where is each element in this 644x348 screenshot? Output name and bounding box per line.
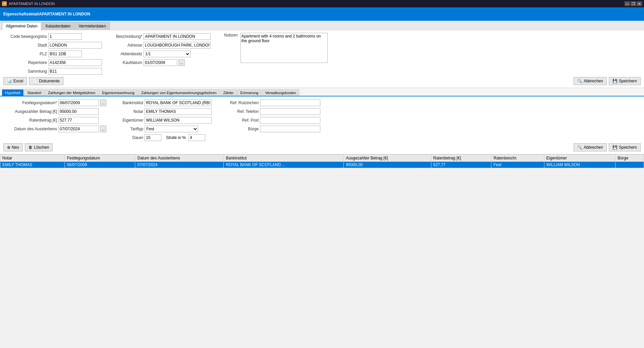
col-ratenbeschr: Ratenbeschr. — [491, 155, 544, 162]
tab-vermieterdaten[interactable]: Vermieterdaten — [75, 22, 109, 30]
col-notar: Notar — [0, 155, 65, 162]
col-bankinstitut: Bankinstitut — [224, 155, 344, 162]
cell-ratenbetrag: 527,77 — [431, 162, 491, 168]
excel-button[interactable]: 📊 Excel — [3, 77, 27, 85]
table-body: EMILY THOMAS06/07/200907/07/2024ROYAL BA… — [0, 162, 644, 168]
trash-icon: 🗑 — [29, 145, 33, 150]
cell-eigentümer: WILLIAM WILSON — [544, 162, 615, 168]
tab-hypothek[interactable]: Hypothek — [2, 89, 23, 96]
title-bar: 🏠 APARTAMENT IN LONDON — ❐ ✕ — [0, 0, 644, 7]
neu-button[interactable]: ⊕ Neu — [3, 143, 23, 151]
ausgezahlter-betrag-input[interactable] — [58, 108, 99, 115]
tab-verwaltungskosten[interactable]: Verwaltungskosten — [262, 89, 299, 96]
abbrechen-button-hypothek[interactable]: 🔍 Abbrechen — [574, 143, 607, 151]
adresse-label: Adresse — [112, 43, 142, 48]
datum-aussterbens-input[interactable] — [58, 126, 99, 132]
festlegungsdatum-picker[interactable]: ... — [100, 99, 106, 106]
col-eigentuemer: Eigentümer — [544, 155, 615, 162]
section-tabs-container: Hypothek Standort Zahlungen der Mietgebü… — [0, 88, 644, 96]
loeschen-button[interactable]: 🗑 Löschen — [25, 143, 53, 151]
speichern-button-hypothek[interactable]: 💾 Speichern — [609, 143, 641, 151]
table-row[interactable]: EMILY THOMAS06/07/200907/07/2024ROYAL BA… — [0, 162, 644, 168]
kaufdatum-input[interactable] — [144, 59, 177, 66]
excel-icon: 📊 — [7, 79, 12, 83]
dauer-input[interactable] — [145, 134, 161, 141]
aktienbesitz-select[interactable]: 1/1 — [144, 51, 191, 57]
repertoire-input[interactable] — [48, 59, 102, 66]
form-col-middle: Beschreibung* Adresse Aktienbesitz 1/1 K… — [112, 33, 211, 75]
main-form: Code bewegungslos Stadt PLZ Repertoire S… — [0, 30, 644, 88]
ref-post-input[interactable] — [260, 117, 320, 124]
notizen-textarea[interactable] — [240, 33, 328, 63]
cell-bankinstitut: ROYAL BANK OF SCOTLAND ... — [224, 162, 344, 168]
cell-datumAussterbens: 07/07/2024 — [135, 162, 224, 168]
stadt-input[interactable] — [48, 42, 102, 49]
sammlung-label: Sammlung — [3, 69, 47, 74]
bankinstitut-label: Bankinstitut — [116, 100, 143, 105]
col-ratenbetrag: Ratenbetrag [€] — [431, 155, 491, 162]
tab-katasterdaten[interactable]: Katasterdaten — [42, 22, 74, 30]
cancel-icon: 🔍 — [577, 79, 582, 83]
header-title: EigenschaftsdetailAPARTAMENT IN LONDON — [3, 12, 90, 16]
cancel-hypothek-icon: 🔍 — [577, 145, 582, 150]
tab-zahlungen-mietgebuehren[interactable]: Zahlungen der Mietgebühren — [45, 89, 98, 96]
eigentuemer-input[interactable] — [145, 117, 212, 124]
abbrechen-button-top[interactable]: 🔍 Abbrechen — [574, 77, 607, 85]
table-wrapper: Notar Festlegungsdatum Datum des Ausster… — [0, 154, 644, 168]
kaufdatum-picker-button[interactable]: ... — [178, 59, 185, 66]
strafe-label: Strafe in % — [166, 135, 186, 140]
save-icon: 💾 — [612, 79, 618, 83]
ref-rutzeichen-input[interactable] — [260, 99, 320, 106]
aktienbesitz-label: Aktienbesitz — [112, 52, 142, 56]
buerge-label: Bürge — [222, 127, 259, 131]
buerge-input[interactable] — [260, 126, 320, 132]
tab-allgemeine-daten[interactable]: Allgemeine Daten — [2, 22, 41, 30]
cell-ratenbeschr: Fest — [491, 162, 544, 168]
ref-rutzeichen-label: Ref. Rutzeichen — [222, 100, 259, 105]
dokumente-icon: 📄 — [33, 79, 38, 83]
top-tabs-container: Allgemeine Daten Katasterdaten Vermieter… — [0, 21, 644, 30]
tab-erinnerung[interactable]: Erinnerung — [237, 89, 262, 96]
beschreibung-input[interactable] — [144, 33, 211, 40]
restore-button[interactable]: ❐ — [631, 1, 636, 6]
plz-label: PLZ — [3, 52, 47, 56]
tariftyp-select[interactable]: Fest Variabel Gemischt — [145, 126, 198, 132]
ref-post-label: Ref. Post — [222, 118, 259, 123]
minimize-button[interactable]: — — [625, 1, 630, 6]
ref-telefon-label: Ref. Telefon — [222, 109, 259, 114]
form-col-left: Code bewegungslos Stadt PLZ Repertoire S… — [3, 33, 102, 75]
beschreibung-label: Beschreibung* — [112, 34, 142, 39]
notar-input[interactable] — [145, 108, 212, 115]
sammlung-input[interactable] — [48, 68, 102, 75]
col-buerge: Bürge — [615, 155, 644, 162]
adresse-input[interactable] — [144, 42, 211, 49]
festlegungsdatum-label: Festlegungsdatum* — [3, 100, 57, 105]
app-header: EigenschaftsdetailAPARTAMENT IN LONDON — [0, 7, 644, 21]
plz-input[interactable] — [48, 51, 82, 57]
tab-zahlungen-eigentumsgebuehren[interactable]: Zahlungen von Eigentumswohnungsgebühren — [138, 89, 219, 96]
hypothek-form: Festlegungsdatum* ... Ausgezahlter Betra… — [0, 96, 644, 154]
bankinstitut-input[interactable] — [145, 99, 212, 106]
tab-eigentumswohnung[interactable]: Eigentumswohnung — [99, 89, 138, 96]
dauer-label: Dauer — [116, 135, 143, 140]
repertoire-label: Repertoire — [3, 60, 47, 65]
close-button[interactable]: ✕ — [637, 1, 642, 6]
kaufdatum-label: Kaufdatum — [112, 60, 142, 65]
title-bar-text: APARTAMENT IN LONDON — [9, 2, 55, 6]
form-col-right: Notizen — [224, 33, 328, 75]
cell-bürge — [615, 162, 644, 168]
col-festlegungsdatum: Festlegungsdatum — [65, 155, 135, 162]
tab-standort[interactable]: Standort — [24, 89, 44, 96]
dokumente-button[interactable]: 📄 Dokumente — [29, 77, 63, 85]
cell-notar: EMILY THOMAS — [0, 162, 65, 168]
tab-zaehler[interactable]: Zähler — [220, 89, 236, 96]
strafe-input[interactable] — [189, 134, 205, 141]
code-input[interactable] — [48, 33, 82, 40]
datum-aussterbens-picker[interactable]: ... — [100, 126, 106, 132]
speichern-button-top[interactable]: 💾 Speichern — [609, 77, 641, 85]
festlegungsdatum-input[interactable] — [58, 99, 99, 106]
app-icon: 🏠 — [2, 1, 7, 6]
ref-telefon-input[interactable] — [260, 108, 320, 115]
stadt-label: Stadt — [3, 43, 47, 48]
ratenbetrag-input[interactable] — [58, 117, 99, 124]
